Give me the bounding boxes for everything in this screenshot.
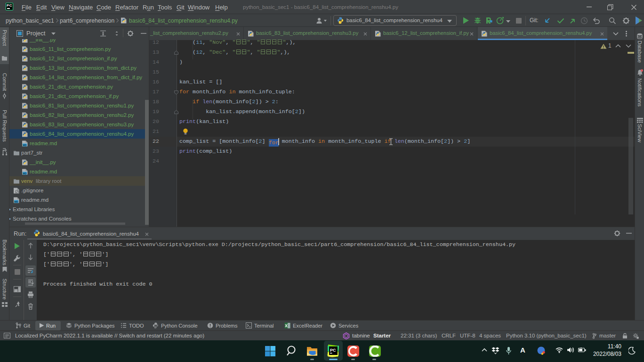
svg-text:PC: PC [330,348,336,353]
